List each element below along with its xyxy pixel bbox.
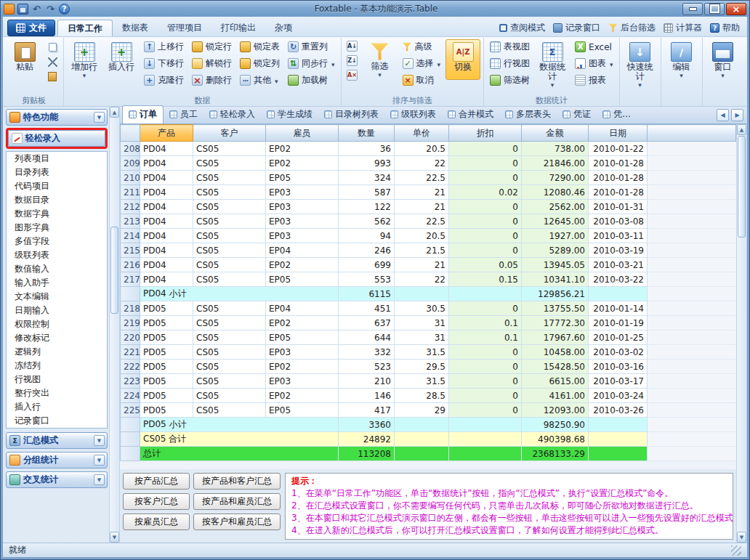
row-number[interactable]: 208 — [121, 142, 140, 156]
table-cell[interactable]: PD05 — [140, 345, 193, 360]
minimize-button[interactable] — [682, 3, 703, 15]
report-button[interactable]: 报表 — [572, 73, 616, 88]
ribbon-tab[interactable]: 杂项 — [265, 20, 302, 36]
table-cell[interactable]: 12645.00 — [522, 214, 589, 229]
summary-mode-button[interactable]: 按雇员汇总 — [123, 514, 190, 530]
table-cell[interactable]: 20.5 — [395, 142, 449, 156]
cut-button[interactable] — [44, 55, 60, 68]
lock-column-button[interactable]: 锁定列 — [237, 56, 283, 71]
sidebar-item[interactable]: 输入助手 — [7, 276, 107, 290]
filter-button[interactable]: 筛选 — [363, 39, 398, 80]
row-number[interactable] — [121, 432, 140, 447]
table-cell[interactable]: PD05 — [140, 389, 193, 403]
table-cell[interactable]: 13945.05 — [522, 258, 589, 272]
summary-mode-button[interactable]: 按产品和雇员汇总 — [193, 493, 281, 510]
table-view-button[interactable]: 表视图 — [487, 39, 533, 54]
table-cell[interactable]: CS05 — [193, 171, 266, 185]
table-cell[interactable]: CS05 — [193, 389, 266, 403]
table-cell[interactable]: CS05 — [193, 214, 266, 229]
table-cell[interactable]: 210 — [339, 374, 395, 389]
table-cell[interactable]: 2010-01-28 — [589, 156, 648, 171]
table-cell[interactable]: EP05 — [266, 330, 339, 345]
table-cell[interactable]: 417 — [339, 403, 395, 418]
sidebar-section-group-stats[interactable]: 分组统计 — [6, 452, 108, 468]
table-cell[interactable]: 587 — [339, 185, 395, 200]
table-cell[interactable]: PD04 — [140, 156, 193, 171]
review-mode-button[interactable]: 查阅模式 — [499, 22, 545, 34]
cancel-filter-button[interactable]: 取消 — [400, 73, 444, 88]
table-cell[interactable]: 4161.00 — [522, 389, 589, 403]
unlock-row-button[interactable]: 解锁行 — [189, 56, 235, 71]
reset-column-button[interactable]: 重置列 — [285, 39, 338, 54]
table-cell[interactable]: 2010-01-14 — [589, 301, 648, 316]
lock-table-button[interactable]: 锁定表 — [237, 39, 283, 54]
table-cell[interactable]: EP02 — [266, 389, 339, 403]
table-cell[interactable]: CS05 — [193, 229, 266, 243]
table-cell[interactable]: CS05 — [193, 374, 266, 389]
sidebar-item[interactable]: 记录窗口 — [7, 414, 107, 428]
doc-tab[interactable]: 凭… — [597, 106, 637, 123]
scroll-up-arrow[interactable] — [737, 124, 746, 135]
ribbon-tab[interactable]: 管理项目 — [158, 20, 211, 36]
table-cell[interactable]: 0 — [449, 301, 522, 316]
select-button[interactable]: 选择 — [400, 56, 444, 71]
resize-grip[interactable] — [731, 545, 741, 556]
table-cell[interactable]: 2562.00 — [522, 200, 589, 214]
chevron-down-icon[interactable] — [94, 112, 105, 123]
table-cell[interactable]: 332 — [339, 345, 395, 360]
toggle-filter-button[interactable]: 切换 — [445, 39, 480, 80]
column-header[interactable]: 产品 — [140, 125, 193, 142]
close-button[interactable] — [726, 3, 746, 15]
row-number[interactable]: 216 — [121, 258, 140, 272]
table-cell[interactable]: EP03 — [266, 374, 339, 389]
summary-mode-button[interactable]: 按客户汇总 — [123, 493, 190, 510]
table-cell[interactable]: EP03 — [266, 200, 339, 214]
file-menu-button[interactable]: 文件 — [7, 20, 55, 36]
quick-stats-button[interactable]: 快速统计 — [623, 39, 658, 89]
table-cell[interactable]: 21 — [395, 185, 449, 200]
scroll-down-arrow[interactable] — [737, 532, 746, 543]
sidebar-item[interactable]: 图形字典 — [7, 221, 107, 235]
sidebar-section-summary-mode[interactable]: 汇总模式 — [6, 432, 108, 449]
table-cell[interactable]: 2010-03-24 — [589, 389, 648, 403]
table-cell[interactable]: 22.5 — [395, 214, 449, 229]
column-header[interactable]: 客户 — [193, 125, 266, 142]
tab-scroll-left-button[interactable] — [717, 109, 729, 121]
doc-tab[interactable]: 目录树列表 — [318, 106, 384, 123]
table-cell[interactable]: 2010-01-22 — [589, 142, 648, 156]
scroll-thumb[interactable] — [110, 227, 118, 314]
doc-tab[interactable]: 学生成绩 — [261, 106, 318, 123]
row-number[interactable]: 221 — [121, 345, 140, 360]
table-cell[interactable]: 0 — [449, 243, 522, 258]
summary-mode-button[interactable]: 按产品和客户汇总 — [193, 473, 281, 490]
table-cell[interactable]: 246 — [339, 243, 395, 258]
table-cell[interactable]: EP03 — [266, 229, 339, 243]
table-cell[interactable]: 0 — [449, 345, 522, 360]
table-cell[interactable]: 13755.50 — [522, 301, 589, 316]
column-header[interactable]: 雇员 — [266, 125, 339, 142]
table-cell[interactable]: 699 — [339, 258, 395, 272]
table-cell[interactable]: 0 — [449, 142, 522, 156]
table-cell[interactable]: CS05 — [193, 156, 266, 171]
table-cell[interactable]: EP03 — [266, 345, 339, 360]
clone-row-button[interactable]: 克隆行 — [141, 73, 187, 88]
scroll-thumb[interactable] — [738, 136, 746, 238]
table-cell[interactable]: 553 — [339, 272, 395, 287]
move-down-button[interactable]: 下移行 — [141, 56, 187, 71]
table-cell[interactable]: PD04 — [140, 185, 193, 200]
table-cell[interactable]: 2010-03-17 — [589, 374, 648, 389]
row-number[interactable]: 209 — [121, 156, 140, 171]
table-cell[interactable]: EP05 — [266, 171, 339, 185]
table-cell[interactable]: CS05 — [193, 272, 266, 287]
table-cell[interactable]: 0.1 — [449, 330, 522, 345]
background-filter-button[interactable]: 后台筛选 — [608, 22, 656, 34]
row-number[interactable]: 223 — [121, 374, 140, 389]
table-cell[interactable]: 10458.00 — [522, 345, 589, 360]
column-header[interactable]: 单价 — [395, 125, 449, 142]
table-cell[interactable]: PD04 — [140, 142, 193, 156]
ribbon-tab[interactable]: 打印输出 — [211, 20, 265, 36]
table-cell[interactable]: 0.02 — [449, 185, 522, 200]
table-cell[interactable]: 637 — [339, 316, 395, 330]
table-cell[interactable]: 20.5 — [395, 229, 449, 243]
row-number[interactable]: 210 — [121, 171, 140, 185]
